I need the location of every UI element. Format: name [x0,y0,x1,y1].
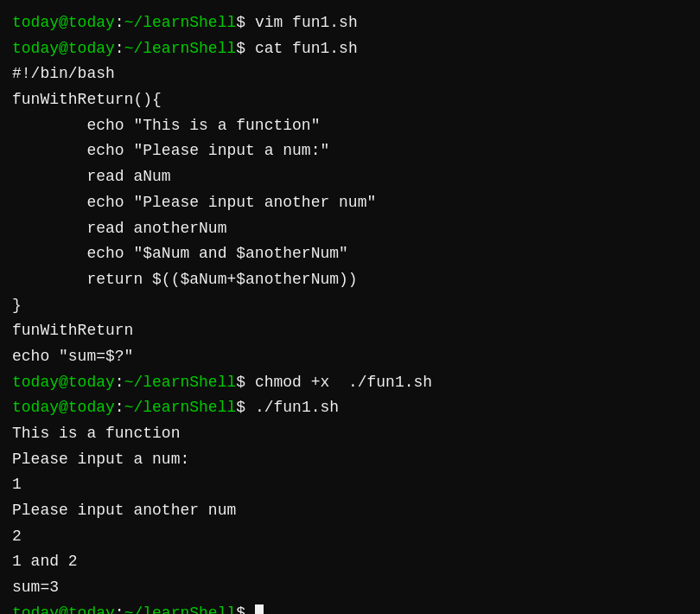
code-line: echo "sum=$?" [12,344,688,370]
code-line: funWithReturn(){ [12,87,688,113]
prompt-cmd: chmod +x ./fun1.sh [255,374,432,391]
code-line: 2 [12,524,688,550]
code-line: echo "$aNum and $anotherNum" [12,241,688,267]
code-line: return $(($aNum+$anotherNum)) [12,267,688,293]
code-line: read anotherNum [12,216,688,242]
code-line: 1 [12,472,688,498]
code-line: #!/bin/bash [12,61,688,87]
code-line: Please input a num: [12,447,688,473]
code-line: echo "Please input a num:" [12,138,688,164]
terminal-line: today@today:~/learnShell$ ./fun1.sh [12,395,688,421]
prompt-path: ~/learnShell [124,374,237,391]
terminal-line: today@today:~/learnShell$ cat fun1.sh [12,36,688,62]
prompt-path: ~/learnShell [124,14,237,31]
code-line: Please input another num [12,498,688,524]
code-line: sum=3 [12,575,688,601]
prompt-user: today@today [12,374,115,391]
terminal-line: today@today:~/learnShell$ vim fun1.sh [12,10,688,36]
prompt-path: ~/learnShell [124,399,237,416]
prompt-user: today@today [12,399,115,416]
terminal-line: today@today:~/learnShell$ [12,601,688,614]
code-line: read aNum [12,164,688,190]
code-line: 1 and 2 [12,549,688,575]
prompt-cmd: ./fun1.sh [255,399,339,416]
code-line: funWithReturn [12,318,688,344]
code-line: echo "Please input another num" [12,190,688,216]
code-line: } [12,293,688,319]
prompt-path: ~/learnShell [124,40,237,57]
cursor [255,604,264,614]
prompt-path: ~/learnShell [124,604,237,614]
prompt-cmd: cat fun1.sh [255,40,358,57]
prompt-user: today@today [12,40,115,57]
code-line: This is a function [12,421,688,447]
prompt-user: today@today [12,14,115,31]
prompt-user: today@today [12,604,115,614]
terminal: today@today:~/learnShell$ vim fun1.shtod… [12,10,688,604]
prompt-cmd: vim fun1.sh [255,14,358,31]
terminal-line: today@today:~/learnShell$ chmod +x ./fun… [12,370,688,396]
code-line: echo "This is a function" [12,113,688,139]
